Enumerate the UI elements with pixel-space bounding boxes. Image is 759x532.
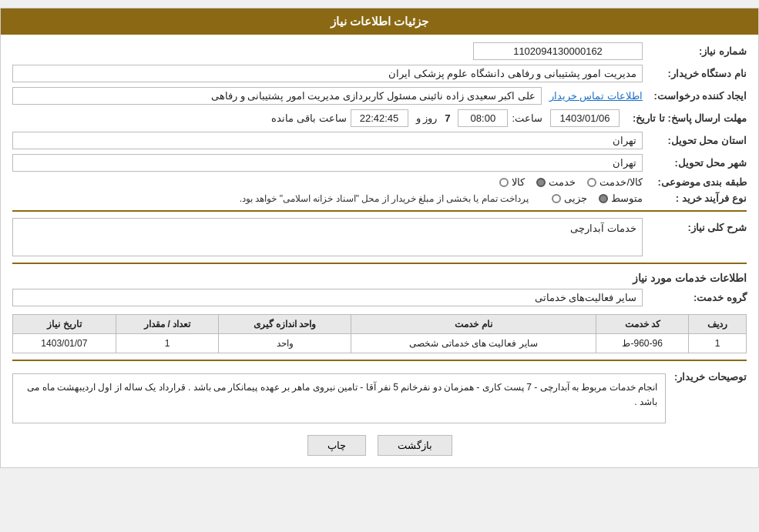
col-nam-khadmat: نام خدمت — [351, 315, 596, 334]
cell-tarikh: 1403/01/07 — [13, 334, 116, 353]
shahr-value: تهران — [12, 154, 643, 172]
tabaqe-khadmat-radio[interactable] — [536, 178, 546, 187]
rooz-value: 7 — [445, 112, 450, 124]
section-divider-2 — [12, 263, 747, 264]
baghimande-value: 22:42:45 — [351, 109, 408, 127]
description-value: انجام خدمات مربوط به آبدارچی - 7 پست کار… — [12, 373, 666, 423]
groh-khadmat-label: گروه خدمت: — [646, 292, 747, 303]
farayand-motavaset-radio[interactable] — [599, 194, 608, 203]
tabaqe-khadmat: خدمت — [536, 176, 576, 188]
farayand-jozi-label: جزیی — [564, 192, 587, 204]
col-tarikh: تاریخ نیاز — [13, 315, 116, 334]
farayand-note: پرداخت تمام یا بخشی از مبلغ خریدار از مح… — [240, 193, 529, 204]
nam-dastgah-row: نام دستگاه خریدار: مدیریت امور پشتیبانی … — [12, 65, 747, 82]
baghimande-label: ساعت باقی مانده — [271, 112, 346, 124]
sharh-koli-row: شرح کلی نیاز: خدمات آبدارچی — [12, 218, 747, 256]
sharh-koli-value: خدمات آبدارچی — [12, 218, 643, 256]
shomare-niaz-label: شماره نیاز: — [646, 45, 747, 57]
sharh-koli-label: شرح کلی نیاز: — [646, 218, 747, 233]
back-button[interactable]: بازگشت — [378, 435, 452, 456]
ejad-konande-row: ایجاد کننده درخواست: اطلاعات تماس خریدار… — [12, 87, 747, 105]
col-kod-khadmat: کد خدمت — [596, 315, 688, 334]
tabaqe-kala-label: کالا — [512, 176, 525, 188]
nam-dastgah-label: نام دستگاه خریدار: — [646, 68, 747, 79]
nave-farayand-row: نوع فرآیند خرید : جزیی متوسط پرداخت تمام… — [12, 192, 747, 204]
saat-value: 08:00 — [458, 109, 508, 127]
shomare-niaz-value: 1102094130000162 — [473, 42, 643, 60]
nam-dastgah-value: مدیریت امور پشتیبانی و رفاهی دانشگاه علو… — [12, 65, 643, 82]
tabaqe-options: کالا خدمت کالا/خدمت — [499, 176, 643, 188]
cell-kod-khadmat: 960-96-ط — [596, 334, 688, 353]
section-divider-1 — [12, 210, 747, 212]
cell-tedad: 1 — [116, 334, 219, 353]
page-wrapper: جزئیات اطلاعات نیاز شماره نیاز: 11020941… — [0, 8, 759, 468]
tabaqe-khadmat-label: خدمت — [549, 176, 576, 188]
saat-label: ساعت: — [512, 112, 542, 124]
shomare-niaz-row: شماره نیاز: 1102094130000162 — [12, 42, 747, 60]
description-section: توصیحات خریدار: انجام خدمات مربوط به آبد… — [12, 367, 747, 423]
rooz-label: روز و — [416, 112, 438, 124]
tabaqe-kala-khadmat-label: کالا/خدمت — [599, 176, 643, 188]
tabaqe-label: طبقه بندی موضوعی: — [646, 176, 747, 188]
tabaqe-kala-khadmat-radio[interactable] — [587, 178, 596, 187]
tabaqe-kala-khadmat: کالا/خدمت — [587, 176, 643, 188]
col-tedad: تعداد / مقدار — [116, 315, 219, 334]
farAyand-motavaset: متوسط — [599, 192, 643, 204]
print-button[interactable]: چاپ — [307, 435, 366, 456]
page-header: جزئیات اطلاعات نیاز — [1, 8, 758, 35]
page-title: جزئیات اطلاعات نیاز — [331, 15, 428, 28]
etelaat-khadamat-title: اطلاعات خدمات مورد نیاز — [12, 272, 747, 284]
khadamat-table-section: ردیف کد خدمت نام خدمت واحد اندازه گیری ت… — [12, 314, 747, 353]
mohlat-label: مهلت ارسال پاسخ: تا تاریخ: — [623, 112, 747, 124]
content-area: شماره نیاز: 1102094130000162 نام دستگاه … — [1, 35, 758, 467]
ejad-konande-label: ایجاد کننده درخواست: — [646, 90, 747, 102]
cell-radif: 1 — [689, 334, 747, 353]
nave-farayand-label: نوع فرآیند خرید : — [646, 192, 747, 204]
farayand-jozi-radio[interactable] — [552, 194, 561, 203]
nave-farayand-options: جزیی متوسط — [552, 192, 643, 204]
etelaat-tamas-link[interactable]: اطلاعات تماس خریدار — [549, 90, 643, 102]
ostan-row: استان محل تحویل: تهران — [12, 132, 747, 149]
cell-vahed: واحد — [219, 334, 351, 353]
tabaqe-kala-radio[interactable] — [499, 178, 509, 187]
farAyand-jozi: جزیی — [552, 192, 587, 204]
tabaqe-kala: کالا — [499, 176, 525, 188]
ostan-value: تهران — [12, 132, 643, 149]
description-label: توصیحات خریدار: — [670, 367, 747, 383]
table-header-row: ردیف کد خدمت نام خدمت واحد اندازه گیری ت… — [13, 315, 747, 334]
khadamat-table: ردیف کد خدمت نام خدمت واحد اندازه گیری ت… — [12, 314, 747, 353]
cell-nam-khadmat: سایر فعالیت های خدماتی شخصی — [351, 334, 596, 353]
table-row: 1 960-96-ط سایر فعالیت های خدماتی شخصی و… — [13, 334, 747, 353]
buttons-row: بازگشت چاپ — [12, 435, 747, 456]
shahr-row: شهر محل تحویل: تهران — [12, 154, 747, 172]
ejad-konande-value: علی اکبر سعیدی زاده نائینی مسئول کاربردا… — [12, 87, 542, 105]
col-radif: ردیف — [689, 315, 747, 334]
tabaqe-row: طبقه بندی موضوعی: کالا خدمت کالا/خدمت — [12, 176, 747, 188]
farayand-motavaset-label: متوسط — [611, 192, 643, 204]
section-divider-3 — [12, 360, 747, 361]
ostan-label: استان محل تحویل: — [646, 135, 747, 146]
groh-khadmat-value: سایر فعالیت‌های خدماتی — [12, 289, 643, 306]
shahr-label: شهر محل تحویل: — [646, 157, 747, 169]
groh-khadmat-row: گروه خدمت: سایر فعالیت‌های خدماتی — [12, 289, 747, 306]
col-vahed: واحد اندازه گیری — [219, 315, 351, 334]
date-value: 1403/01/06 — [550, 109, 620, 127]
mohlat-row: مهلت ارسال پاسخ: تا تاریخ: 1403/01/06 سا… — [12, 109, 747, 127]
